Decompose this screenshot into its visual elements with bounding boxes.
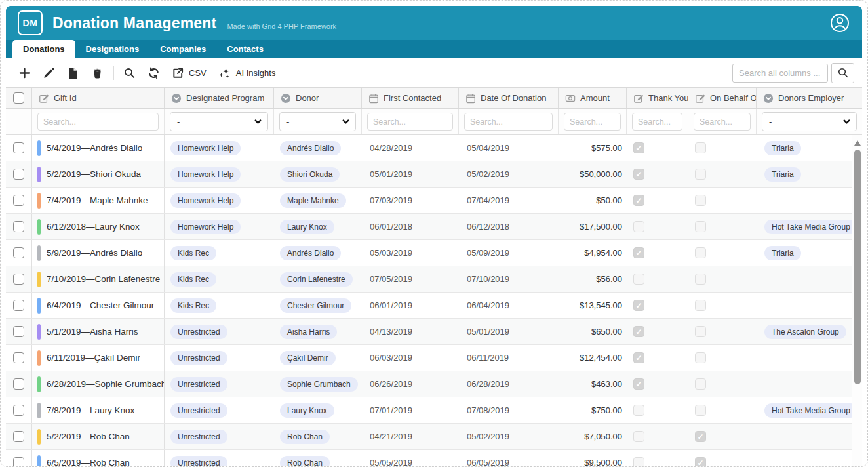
- csv-label[interactable]: CSV: [189, 68, 207, 78]
- row-checkbox[interactable]: [13, 221, 24, 232]
- row-checkbox[interactable]: [13, 274, 24, 285]
- search-all-button[interactable]: [831, 63, 854, 83]
- add-button[interactable]: [15, 64, 33, 81]
- app-header: DM Donation Management Made with Grid 4 …: [6, 6, 862, 40]
- on-behalf-checkbox[interactable]: [695, 300, 706, 311]
- donor-pill: Andrés Diallo: [280, 246, 341, 260]
- on-behalf-checkbox[interactable]: [695, 247, 706, 258]
- on-behalf-checkbox[interactable]: [695, 431, 706, 442]
- filter-gift-id[interactable]: [37, 113, 159, 131]
- on-behalf-checkbox[interactable]: [695, 221, 706, 232]
- date-of-donation-text: 05/01/2019: [467, 327, 509, 336]
- on-behalf-checkbox[interactable]: [695, 169, 706, 180]
- column-header-date-of-donation[interactable]: Date Of Donation: [459, 88, 559, 108]
- donor-pill: Laury Knox: [280, 403, 334, 418]
- thank-you-checkbox[interactable]: [633, 169, 644, 180]
- chevron-circle-icon: [281, 93, 291, 104]
- table-row: 5/4/2019—Andrés Diallo Homework Help And…: [6, 135, 862, 161]
- filter-donors-employer-select[interactable]: -: [762, 112, 857, 131]
- table-row: 6/11/2019—Çakıl Demir Unrestricted Çakıl…: [6, 345, 862, 371]
- first-contacted-text: 04/13/2019: [370, 327, 412, 336]
- on-behalf-checkbox[interactable]: [695, 142, 706, 153]
- table-row: 6/28/2019—Sophie Grumbach Unrestricted S…: [6, 371, 862, 397]
- row-checkbox[interactable]: [13, 457, 24, 466]
- row-checkbox[interactable]: [13, 300, 24, 311]
- search-toggle-button[interactable]: [120, 64, 138, 81]
- filter-on-behalf-of[interactable]: [694, 113, 751, 131]
- thank-you-checkbox[interactable]: [633, 405, 644, 416]
- thank-you-checkbox[interactable]: [633, 274, 644, 285]
- column-header-designated-program[interactable]: Designated Program: [165, 88, 274, 108]
- filter-date-of-donation[interactable]: [464, 113, 553, 131]
- on-behalf-checkbox[interactable]: [695, 274, 706, 285]
- search-all-input[interactable]: [732, 64, 828, 83]
- row-checkbox[interactable]: [13, 326, 24, 337]
- thank-you-checkbox[interactable]: [633, 195, 644, 206]
- thank-you-checkbox[interactable]: [633, 431, 644, 442]
- on-behalf-checkbox[interactable]: [695, 326, 706, 337]
- table-row: 5/9/2019—Andrés Diallo Kids Rec Andrés D…: [6, 240, 862, 266]
- on-behalf-checkbox[interactable]: [695, 378, 706, 390]
- thank-you-checkbox[interactable]: [633, 326, 644, 337]
- gift-id-text: 5/2/2019—Rob Chan: [47, 432, 130, 441]
- edit-button[interactable]: [39, 64, 58, 81]
- tab-contacts[interactable]: Contacts: [216, 40, 274, 58]
- grid-filter-row: - -: [6, 109, 862, 135]
- column-header-amount[interactable]: Amount: [559, 88, 627, 108]
- tab-designations[interactable]: Designations: [75, 40, 150, 58]
- row-checkbox[interactable]: [13, 195, 24, 206]
- on-behalf-checkbox[interactable]: [695, 405, 706, 416]
- column-header-donors-employer[interactable]: Donors Employer: [757, 88, 862, 108]
- thank-you-checkbox[interactable]: [633, 457, 644, 466]
- select-all-checkbox[interactable]: [13, 92, 24, 104]
- row-checkbox[interactable]: [13, 431, 24, 442]
- donor-pill: Maple Mahnke: [280, 193, 346, 208]
- thank-you-checkbox[interactable]: [633, 352, 644, 363]
- employer-pill: Triaria: [764, 167, 801, 182]
- row-checkbox[interactable]: [13, 142, 24, 153]
- filter-amount[interactable]: [564, 113, 621, 131]
- row-checkbox[interactable]: [13, 378, 24, 390]
- thank-you-checkbox[interactable]: [633, 247, 644, 258]
- refresh-button[interactable]: [144, 64, 163, 81]
- thank-you-checkbox[interactable]: [633, 378, 644, 390]
- scrollbar-thumb[interactable]: [854, 150, 861, 384]
- scroll-up-button[interactable]: [854, 140, 861, 146]
- gift-id-text: 5/1/2019—Aisha Harris: [47, 327, 138, 336]
- filter-first-contacted[interactable]: [367, 113, 453, 131]
- filter-donor-select[interactable]: -: [279, 112, 356, 131]
- tab-donations[interactable]: Donations: [12, 40, 75, 58]
- filter-thank-you[interactable]: [632, 113, 682, 131]
- thank-you-checkbox[interactable]: [633, 142, 644, 153]
- gift-id-text: 5/9/2019—Andrés Diallo: [47, 248, 142, 258]
- ai-insights-label[interactable]: AI Insights: [236, 68, 276, 78]
- money-icon: [565, 93, 576, 104]
- thank-you-checkbox[interactable]: [633, 221, 644, 232]
- row-checkbox[interactable]: [13, 352, 24, 363]
- column-header-first-contacted[interactable]: First Contacted: [362, 88, 459, 108]
- vertical-scrollbar[interactable]: [852, 135, 862, 466]
- column-header-donor[interactable]: Donor: [274, 88, 362, 108]
- on-behalf-checkbox[interactable]: [695, 457, 706, 466]
- row-checkbox[interactable]: [13, 247, 24, 258]
- filter-designated-program-select[interactable]: -: [170, 112, 268, 131]
- column-header-on-behalf-of[interactable]: On Behalf Of: [688, 88, 757, 108]
- amount-text: $750.00: [591, 405, 622, 415]
- row-checkbox[interactable]: [13, 169, 24, 180]
- user-avatar-icon[interactable]: [829, 12, 850, 33]
- row-checkbox[interactable]: [13, 405, 24, 416]
- on-behalf-checkbox[interactable]: [695, 195, 706, 206]
- thank-you-checkbox[interactable]: [633, 300, 644, 311]
- on-behalf-checkbox[interactable]: [695, 352, 706, 363]
- export-csv-icon[interactable]: [168, 64, 187, 81]
- column-header-thank-you[interactable]: Thank You: [627, 88, 688, 108]
- first-contacted-text: 05/03/2019: [370, 248, 412, 258]
- tab-companies[interactable]: Companies: [149, 40, 216, 58]
- column-header-gift-id[interactable]: Gift Id: [32, 88, 165, 108]
- document-button[interactable]: [64, 64, 82, 81]
- sparkles-icon[interactable]: [216, 64, 234, 81]
- delete-button[interactable]: [88, 64, 106, 81]
- edit-icon: [695, 93, 705, 104]
- table-row: 7/10/2019—Corin Lafenestre Kids Rec Cori…: [6, 266, 862, 293]
- date-of-donation-text: 05/04/2019: [467, 143, 509, 153]
